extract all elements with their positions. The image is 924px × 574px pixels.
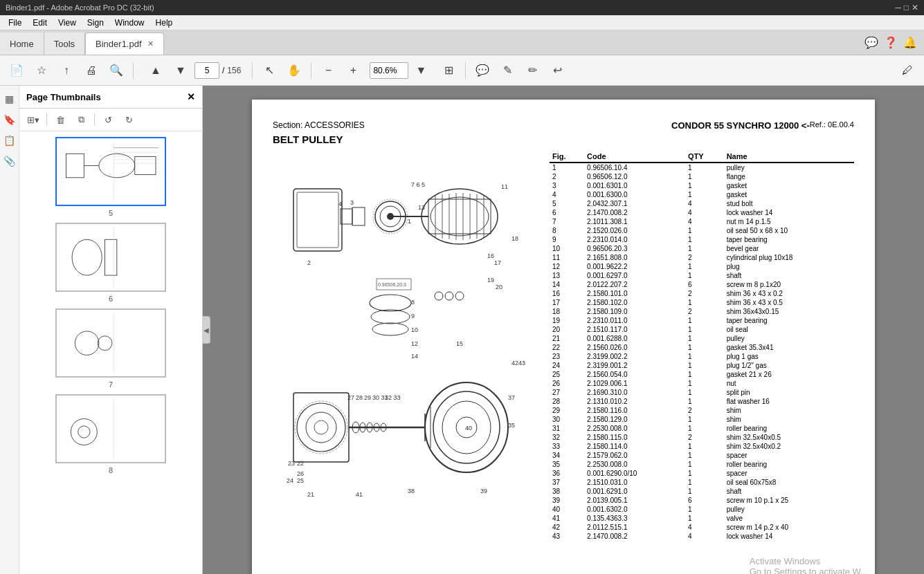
thumbnail-page-7[interactable]: 7 [55, 308, 166, 389]
table-row: 312.2530.008.01roller bearing [550, 424, 854, 433]
minimize-btn[interactable]: ─ [895, 3, 901, 12]
sb-layout-btn[interactable]: ⊞▾ [24, 111, 43, 128]
thumbnail-page-8[interactable]: 8 [55, 394, 166, 474]
cell-fig: 33 [550, 442, 584, 451]
cell-name: shim 36 x 43 x 0.2 [724, 289, 854, 298]
cell-name: gasket 35.3x41 [724, 343, 854, 352]
tab-close-btn[interactable]: ✕ [147, 39, 154, 48]
thumbnail-page-6[interactable]: 6 [55, 223, 166, 303]
svg-text:20: 20 [496, 284, 502, 290]
cell-fig: 39 [550, 496, 584, 505]
zoom-out-btn[interactable]: − [317, 59, 339, 82]
sb-undo-btn[interactable]: ↺ [98, 111, 118, 128]
menu-window[interactable]: Window [109, 17, 150, 29]
thumbnails-icon[interactable]: ▦ [2, 91, 17, 107]
notification-icon[interactable]: 🔔 [903, 36, 917, 49]
svg-rect-44 [352, 207, 365, 225]
cell-qty: 1 [685, 487, 724, 496]
cell-qty: 1 [685, 442, 724, 451]
cell-fig: 21 [550, 334, 584, 343]
pan-tool-btn[interactable]: ✋ [283, 59, 305, 82]
cell-fig: 2 [550, 172, 584, 181]
pdf-area[interactable]: Section: ACCESSORIES CONDOR 55 SYNCHRO 1… [203, 86, 924, 574]
cell-qty: 1 [685, 226, 724, 235]
table-row: 302.1580.129.01shim [550, 415, 854, 424]
svg-text:40: 40 [465, 425, 472, 432]
menu-edit[interactable]: Edit [27, 17, 53, 29]
maximize-btn[interactable]: □ [904, 3, 909, 12]
pdf-ref: Ref.: 0E.00.4 [810, 120, 854, 129]
tab-document[interactable]: Binder1.pdf ✕ [85, 33, 164, 55]
print-btn[interactable]: 🖨 [80, 59, 102, 82]
cell-fig: 1 [550, 163, 584, 172]
bookmark-btn[interactable]: ☆ [30, 59, 53, 82]
svg-text:37: 37 [508, 394, 515, 401]
create-btn[interactable]: 📄 [6, 59, 28, 82]
menu-file[interactable]: File [3, 17, 27, 29]
comment-btn[interactable]: 💬 [471, 59, 493, 82]
tab-home[interactable]: Home [0, 33, 44, 55]
cell-code: 2.1690.310.0 [584, 388, 685, 397]
window-controls[interactable]: ─ □ ✕ [895, 3, 918, 12]
cell-fig: 31 [550, 424, 584, 433]
cell-fig: 9 [550, 235, 584, 244]
fit-page-btn[interactable]: ⊞ [437, 59, 460, 82]
table-row: 272.1690.310.01split pin [550, 388, 854, 397]
cell-qty: 1 [685, 163, 724, 172]
cell-fig: 26 [550, 379, 584, 388]
cell-code: 2.2310.014.0 [584, 235, 685, 244]
table-row: 162.1580.101.02shim 36 x 43 x 0.2 [550, 289, 854, 298]
svg-text:38: 38 [408, 488, 415, 494]
table-row: 182.1580.109.02shim 36x43x0.15 [550, 307, 854, 316]
annotate-btn[interactable]: ✎ [496, 59, 518, 82]
stamp-btn[interactable]: ↩ [546, 59, 568, 82]
redact-btn[interactable]: ✏ [521, 59, 543, 82]
cell-name: stud bolt [724, 199, 854, 208]
table-row: 232.3199.002.21plug 1 gas [550, 352, 854, 361]
cell-code: 2.2530.008.0 [584, 460, 685, 469]
cell-qty: 1 [685, 190, 724, 199]
cell-fig: 29 [550, 406, 584, 415]
search-btn[interactable]: 🔍 [105, 59, 127, 82]
sb-delete-btn[interactable]: 🗑 [51, 111, 70, 128]
select-tool-btn[interactable]: ↖ [258, 59, 280, 82]
menu-help[interactable]: Help [150, 17, 179, 29]
svg-text:4: 4 [338, 201, 342, 207]
layers-icon[interactable]: 📋 [2, 133, 17, 148]
page-input[interactable]: 5 [194, 62, 219, 79]
chat-icon[interactable]: 💬 [864, 36, 878, 49]
cell-code: 2.1520.026.0 [584, 226, 685, 235]
next-page-btn[interactable]: ▼ [170, 59, 192, 82]
prev-page-btn[interactable]: ▲ [145, 59, 167, 82]
cell-name: spacer [724, 451, 854, 460]
thumb-svg-7 [62, 313, 159, 373]
cell-fig: 3 [550, 181, 584, 190]
zoom-in-btn[interactable]: + [342, 59, 364, 82]
table-row: 30.001.6301.01gasket [550, 181, 854, 190]
svg-text:3: 3 [350, 199, 354, 206]
share-btn[interactable]: ↑ [55, 59, 78, 82]
sidebar-close-btn[interactable]: ✕ [187, 91, 195, 102]
bookmarks-icon[interactable]: 🔖 [2, 112, 17, 127]
sb-replace-btn[interactable]: ⧉ [71, 111, 91, 128]
svg-rect-37 [293, 189, 342, 251]
cell-name: shim 32.5x40x0.2 [724, 442, 854, 451]
close-btn[interactable]: ✕ [912, 3, 918, 12]
attachments-icon[interactable]: 📎 [2, 154, 17, 169]
tab-tools[interactable]: Tools [44, 33, 85, 55]
svg-text:16: 16 [487, 252, 494, 259]
menu-view[interactable]: View [53, 17, 82, 29]
zoom-dropdown-btn[interactable]: ▼ [410, 59, 432, 82]
zoom-input[interactable]: 80.6% [370, 62, 408, 79]
signature-btn[interactable]: 🖊 [896, 59, 918, 82]
table-row: 100.96506.20.31bevel gear [550, 244, 854, 253]
sb-redo-btn[interactable]: ↻ [119, 111, 138, 128]
thumbnail-page-5[interactable]: 5 [55, 137, 166, 217]
svg-text:19: 19 [487, 277, 494, 284]
menu-sign[interactable]: Sign [82, 17, 109, 29]
cell-fig: 5 [550, 199, 584, 208]
collapse-sidebar-btn[interactable]: ◀ [202, 316, 210, 344]
help-icon[interactable]: ❓ [884, 36, 898, 49]
cell-qty: 1 [685, 397, 724, 406]
table-row: 192.2310.011.01taper bearing [550, 316, 854, 325]
